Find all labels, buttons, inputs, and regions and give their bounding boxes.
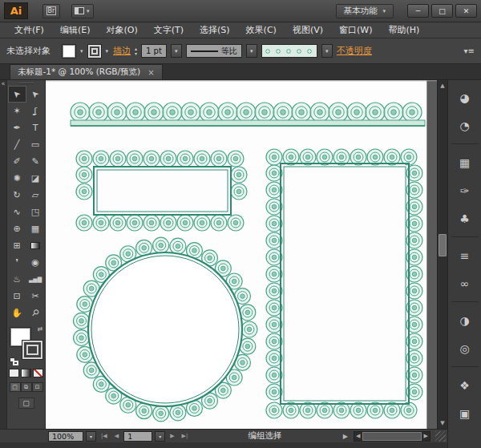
stroke-well[interactable] xyxy=(22,341,42,359)
opacity-link[interactable]: 不透明度 xyxy=(337,45,372,57)
artboard-tool[interactable]: ⊡ xyxy=(8,288,26,305)
control-panel-menu-icon[interactable]: ▾≡ xyxy=(464,46,475,55)
scroll-up-icon[interactable]: ▲ xyxy=(438,80,447,89)
horizontal-scrollbar[interactable]: ◀ ▶ xyxy=(354,431,430,442)
stroke-caret-icon[interactable]: ▾ xyxy=(105,48,110,54)
maximize-button[interactable]: □ xyxy=(431,4,453,18)
blend-tool[interactable]: ◉ xyxy=(26,254,45,271)
bridge-button[interactable]: Br xyxy=(42,4,60,18)
zoom-tool[interactable]: ⚲ xyxy=(26,305,45,321)
rectangle-tool[interactable]: ▭ xyxy=(26,136,45,153)
gradient-panel-icon[interactable]: ◑ xyxy=(451,309,479,331)
width-tool[interactable]: ∿ xyxy=(8,204,26,220)
scale-tool[interactable]: ▱ xyxy=(26,187,45,204)
menu-item-8[interactable]: 帮助(H) xyxy=(380,22,427,38)
pen-tool[interactable]: ✒ xyxy=(8,119,26,136)
screen-mode-button[interactable]: ▢ xyxy=(18,398,34,409)
brush-definition-caret[interactable]: ▾ xyxy=(321,44,333,58)
stroke-width-combo[interactable]: 1 pt xyxy=(141,44,167,58)
stroke-panel-icon[interactable]: ≡ xyxy=(451,244,479,266)
artboard-caret-icon[interactable]: ▾ xyxy=(155,431,165,442)
width-profile-combo[interactable]: 等比 xyxy=(186,44,242,58)
blob-brush-tool[interactable]: ✺ xyxy=(8,170,26,187)
vertical-scrollbar[interactable]: ▲ ▼ xyxy=(437,80,447,429)
menu-item-7[interactable]: 窗口(W) xyxy=(331,22,380,38)
menu-item-6[interactable]: 视图(V) xyxy=(285,22,331,38)
transparency-panel-icon[interactable]: ∞ xyxy=(451,272,479,294)
vertical-scroll-thumb[interactable] xyxy=(439,234,447,256)
symbols-panel-icon[interactable]: ♣ xyxy=(451,208,479,229)
menu-item-4[interactable]: 选择(S) xyxy=(192,22,238,38)
zoom-level-box[interactable]: 100% xyxy=(48,431,83,442)
type-tool[interactable]: T xyxy=(26,119,45,136)
perspective-grid-tool[interactable]: ▦ xyxy=(26,220,45,237)
last-artboard-button[interactable]: ▶| xyxy=(180,433,191,439)
stroke-panel-link[interactable]: 描边 xyxy=(113,45,131,57)
direct-selection-tool[interactable]: ➤ xyxy=(26,86,45,103)
layers-panel-icon[interactable]: ❖ xyxy=(451,374,479,396)
selection-tool[interactable]: ➤ xyxy=(8,86,26,103)
menu-item-1[interactable]: 编辑(E) xyxy=(52,22,99,38)
color-guide-panel-icon[interactable]: ◔ xyxy=(451,115,479,136)
none-paint-button[interactable] xyxy=(33,369,43,377)
stroke-width-stepper[interactable]: ▴▾ xyxy=(135,46,137,56)
gradient-tool[interactable] xyxy=(26,237,45,254)
tab-close-icon[interactable]: × xyxy=(148,68,154,77)
arrange-documents-button[interactable]: ▾ xyxy=(71,4,94,18)
fill-color-swatch[interactable] xyxy=(63,45,75,58)
artboard-number-box[interactable]: 1 xyxy=(123,431,152,442)
mesh-tool[interactable]: ⊞ xyxy=(8,237,26,254)
eraser-tool[interactable]: ◪ xyxy=(26,170,45,187)
swap-fill-stroke-icon[interactable]: ⇄ xyxy=(38,325,43,333)
gradient-paint-button[interactable] xyxy=(21,369,31,377)
scroll-down-icon[interactable]: ▼ xyxy=(438,420,447,426)
color-paint-button[interactable] xyxy=(9,369,19,377)
menu-item-5[interactable]: 效果(C) xyxy=(238,22,285,38)
appearance-panel-icon[interactable]: ◎ xyxy=(451,337,479,359)
lasso-tool[interactable]: ʆ xyxy=(26,103,45,119)
scroll-left-icon[interactable]: ◀ xyxy=(354,433,362,439)
document-tab[interactable]: 未标题-1* @ 100% (RGB/预览) × xyxy=(10,64,163,79)
shape-builder-tool[interactable]: ⊕ xyxy=(8,220,26,237)
artboards-panel-icon[interactable]: ▣ xyxy=(451,402,479,424)
canvas[interactable] xyxy=(46,80,437,429)
paintbrush-tool[interactable]: ✐ xyxy=(8,153,26,170)
symbol-sprayer-tool[interactable]: ♨ xyxy=(8,271,26,288)
collapse-panel-icon[interactable]: « xyxy=(2,80,6,87)
draw-behind-button[interactable]: ⧉ xyxy=(21,382,32,392)
width-profile-caret[interactable]: ▾ xyxy=(246,44,257,58)
minimize-button[interactable]: ─ xyxy=(407,4,429,18)
eyedropper-tool[interactable]: ❜ xyxy=(8,254,26,271)
slice-tool[interactable]: ✂ xyxy=(26,288,45,305)
brushes-panel-icon[interactable]: ✑ xyxy=(451,180,479,201)
menu-item-3[interactable]: 文字(T) xyxy=(146,22,192,38)
column-graph-tool[interactable]: ▃▅▇ xyxy=(26,271,45,288)
first-artboard-button[interactable]: |◀ xyxy=(99,433,110,439)
draw-inside-button[interactable]: ⊡ xyxy=(32,382,43,392)
magic-wand-tool[interactable]: ✶ xyxy=(8,103,26,119)
prev-artboard-button[interactable]: ◀ xyxy=(112,433,121,439)
zoom-caret-icon[interactable]: ▾ xyxy=(86,431,96,442)
line-segment-tool[interactable]: ╱ xyxy=(8,136,26,153)
window-resize-grip[interactable] xyxy=(435,431,446,442)
horizontal-scroll-thumb[interactable] xyxy=(362,432,421,441)
pencil-tool[interactable]: ✎ xyxy=(26,153,45,170)
close-button[interactable]: ✕ xyxy=(455,4,477,18)
rotate-tool[interactable]: ↻ xyxy=(8,187,26,204)
draw-normal-button[interactable]: ▢ xyxy=(10,382,21,392)
default-fill-stroke-icon[interactable] xyxy=(10,357,18,365)
color-panel-icon[interactable]: ◕ xyxy=(451,87,479,108)
workspace-switcher[interactable]: 基本功能▾ xyxy=(336,4,394,18)
menu-item-0[interactable]: 文件(F) xyxy=(6,22,52,38)
stroke-width-caret[interactable]: ▾ xyxy=(171,44,182,58)
scroll-right-icon[interactable]: ▶ xyxy=(422,433,430,439)
brush-definition-combo[interactable] xyxy=(261,44,317,58)
menu-item-2[interactable]: 对象(O) xyxy=(98,22,145,38)
hand-tool[interactable]: ✋ xyxy=(8,305,26,321)
status-options-icon[interactable]: ▶ xyxy=(340,433,351,440)
stroke-color-swatch[interactable] xyxy=(88,45,101,58)
free-transform-tool[interactable]: ◳ xyxy=(26,204,45,220)
fill-caret-icon[interactable]: ▾ xyxy=(79,48,84,54)
canvas-artwork[interactable] xyxy=(46,80,437,429)
swatches-panel-icon[interactable]: ▦ xyxy=(451,151,479,173)
